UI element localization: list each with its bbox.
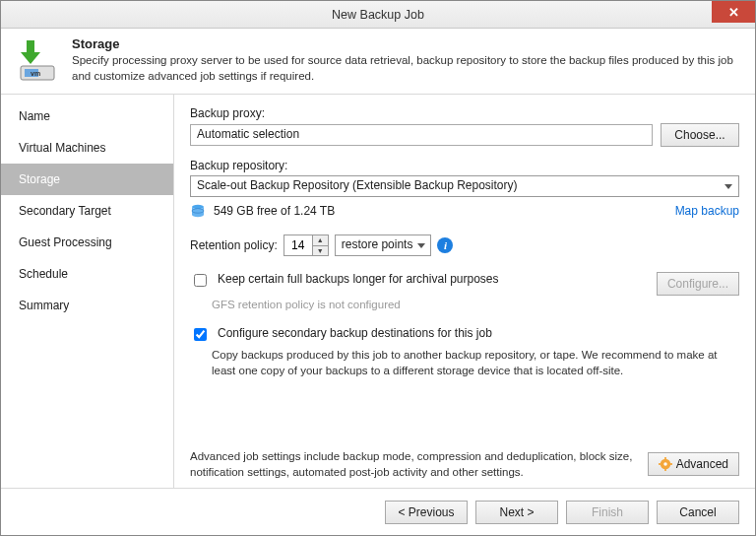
- sidebar-item-summary[interactable]: Summary: [1, 290, 173, 321]
- svg-rect-7: [664, 457, 666, 460]
- window-title: New Backup Job: [332, 8, 424, 22]
- free-space-text: 549 GB free of 1.24 TB: [214, 204, 335, 218]
- next-button[interactable]: Next >: [475, 501, 558, 524]
- sidebar-item-name[interactable]: Name: [1, 100, 173, 132]
- sidebar-item-virtual-machines[interactable]: Virtual Machines: [1, 132, 173, 164]
- storage-header-icon: vm: [13, 36, 60, 84]
- dialog-window: New Backup Job ✕ vm Storage Specify proc…: [0, 0, 756, 536]
- svg-rect-8: [664, 468, 666, 471]
- advanced-description: Advanced job settings include backup mod…: [190, 448, 638, 480]
- info-icon[interactable]: i: [437, 237, 453, 253]
- backup-repo-select[interactable]: Scale-out Backup Repository (Extensible …: [190, 175, 739, 197]
- gfs-note: GFS retention policy is not configured: [212, 299, 739, 310]
- previous-button[interactable]: < Previous: [385, 501, 468, 524]
- retention-spinner[interactable]: ▲ ▼: [284, 234, 329, 256]
- backup-proxy-label: Backup proxy:: [190, 106, 739, 120]
- wizard-sidebar: Name Virtual Machines Storage Secondary …: [1, 95, 174, 488]
- dialog-footer: < Previous Next > Finish Cancel: [1, 488, 755, 535]
- choose-proxy-button[interactable]: Choose...: [661, 123, 739, 147]
- advanced-button-label: Advanced: [676, 457, 728, 471]
- retention-value-input[interactable]: [284, 235, 312, 255]
- content-panel: Backup proxy: Automatic selection Choose…: [174, 95, 755, 488]
- advanced-button[interactable]: Advanced: [648, 452, 739, 476]
- header-text: Storage Specify processing proxy server …: [72, 36, 743, 84]
- secondary-dest-checkbox[interactable]: [194, 328, 207, 341]
- backup-repo-label: Backup repository:: [190, 159, 739, 172]
- retention-unit-select[interactable]: restore points: [335, 234, 432, 256]
- backup-proxy-input[interactable]: Automatic selection: [190, 124, 653, 146]
- spinner-down[interactable]: ▼: [313, 246, 328, 256]
- svg-rect-10: [669, 463, 672, 465]
- retention-label: Retention policy:: [190, 238, 278, 252]
- sidebar-item-secondary-target[interactable]: Secondary Target: [1, 195, 173, 227]
- map-backup-link[interactable]: Map backup: [675, 204, 739, 218]
- svg-rect-9: [659, 463, 662, 465]
- keep-full-label: Keep certain full backups longer for arc…: [218, 272, 499, 286]
- secondary-dest-desc: Copy backups produced by this job to ano…: [212, 347, 739, 378]
- gear-icon: [659, 457, 672, 471]
- dialog-header: vm Storage Specify processing proxy serv…: [1, 29, 755, 95]
- sidebar-item-storage[interactable]: Storage: [1, 164, 173, 195]
- close-button[interactable]: ✕: [712, 1, 755, 23]
- dialog-body: Name Virtual Machines Storage Secondary …: [1, 95, 755, 488]
- svg-point-6: [663, 462, 667, 466]
- secondary-dest-label: Configure secondary backup destinations …: [218, 326, 492, 340]
- title-bar: New Backup Job ✕: [1, 1, 755, 29]
- cancel-button[interactable]: Cancel: [657, 501, 739, 524]
- sidebar-item-schedule[interactable]: Schedule: [1, 258, 173, 290]
- finish-button: Finish: [566, 501, 649, 524]
- keep-full-checkbox[interactable]: [194, 274, 207, 287]
- header-title: Storage: [72, 36, 743, 51]
- sidebar-item-guest-processing[interactable]: Guest Processing: [1, 227, 173, 258]
- disk-icon: [190, 203, 206, 219]
- svg-text:vm: vm: [31, 70, 40, 77]
- configure-gfs-button: Configure...: [657, 272, 739, 296]
- spinner-up[interactable]: ▲: [313, 235, 328, 246]
- header-description: Specify processing proxy server to be us…: [72, 53, 743, 84]
